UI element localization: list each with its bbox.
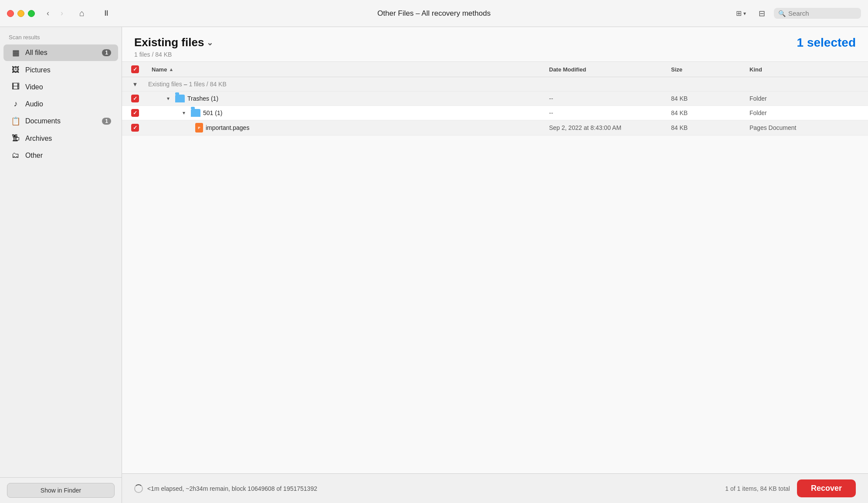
section-title: Existing files ⌄ [134, 36, 213, 49]
window-title: Other Files – All recovery methods [377, 9, 491, 18]
progress-text: <1m elapsed, ~2h34m remain, block 106496… [147, 485, 317, 492]
sidebar: Scan results ▦ All files 1 🖼 Pictures 🎞 … [0, 27, 122, 503]
sidebar-item-video[interactable]: 🎞 Video [3, 79, 118, 95]
sidebar-label-other: Other [25, 152, 111, 160]
status-right: 1 of 1 items, 84 KB total Recover [725, 479, 856, 497]
row-checkbox-cell [122, 95, 148, 102]
recover-button[interactable]: Recover [797, 479, 856, 497]
table-row: ▾ Trashes (1) -- 84 KB Folder [122, 92, 868, 106]
sidebar-footer: Show in Finder [0, 477, 122, 503]
item-count-text: 1 of 1 items, 84 KB total [725, 485, 790, 492]
selected-count: 1 selected [797, 36, 856, 50]
content-area: Existing files ⌄ 1 files / 84 KB 1 selec… [122, 27, 868, 503]
photo-icon: 🖼 [10, 65, 21, 75]
grid-view-icon: ⊞ [736, 9, 742, 17]
sort-arrow-icon: ▲ [169, 67, 173, 72]
sidebar-label-archives: Archives [25, 135, 111, 143]
expand-501-icon[interactable]: ▾ [180, 109, 188, 117]
sidebar-label-video: Video [25, 83, 111, 91]
row-name-important: P important.pages [148, 123, 546, 133]
statusbar: <1m elapsed, ~2h34m remain, block 106496… [122, 473, 868, 503]
main-layout: Scan results ▦ All files 1 🖼 Pictures 🎞 … [0, 27, 868, 503]
forward-button[interactable]: › [56, 7, 68, 20]
film-icon: 🎞 [10, 82, 21, 92]
search-icon: 🔍 [778, 10, 786, 17]
sidebar-item-other[interactable]: 🗂 Other [3, 147, 118, 163]
row-filename-501: 501 (1) [203, 109, 222, 116]
header-name: Name ▲ [148, 66, 546, 73]
row-checkbox-501[interactable] [131, 109, 139, 117]
status-progress: <1m elapsed, ~2h34m remain, block 106496… [134, 484, 317, 493]
row-kind-trashes: Folder [746, 95, 868, 102]
sidebar-badge-all-files: 1 [102, 49, 111, 56]
section-title-chevron-icon[interactable]: ⌄ [207, 38, 213, 48]
row-size-501: 84 KB [668, 109, 746, 116]
grid-icon: ▦ [10, 48, 21, 58]
table-header: Name ▲ Date Modified Size Kind [122, 62, 868, 77]
expand-trashes-icon[interactable]: ▾ [164, 94, 173, 103]
minimize-button[interactable] [17, 10, 24, 17]
header-name-label: Name [152, 66, 167, 73]
row-date-trashes: -- [546, 95, 668, 102]
select-all-checkbox[interactable] [131, 65, 139, 73]
folder-icon [175, 95, 185, 102]
row-name-trashes: ▾ Trashes (1) [148, 94, 546, 103]
header-kind-label: Kind [749, 66, 762, 73]
other-icon: 🗂 [10, 151, 21, 160]
header-date: Date Modified [546, 66, 668, 73]
row-filename-important: important.pages [206, 124, 249, 131]
header-size-label: Size [671, 66, 682, 73]
header-size: Size [668, 66, 746, 73]
group-row: ▼ Existing files – 1 files / 84 KB [122, 77, 868, 92]
pause-button[interactable]: ⏸ [99, 7, 113, 20]
row-date-501: -- [546, 109, 668, 116]
progress-spinner [134, 484, 143, 493]
sidebar-item-all-files[interactable]: ▦ All files 1 [3, 44, 118, 61]
fullscreen-button[interactable] [28, 10, 35, 17]
row-kind-501: Folder [746, 109, 868, 116]
file-table: Name ▲ Date Modified Size Kind ▼ Existin… [122, 62, 868, 473]
music-icon: ♪ [10, 99, 21, 109]
row-checkbox-trashes[interactable] [131, 95, 139, 102]
row-size-important: 84 KB [668, 124, 746, 131]
row-checkbox-cell [122, 124, 148, 132]
sidebar-label-audio: Audio [25, 100, 111, 108]
section-subtitle: 1 files / 84 KB [134, 51, 213, 58]
sidebar-label-all-files: All files [25, 49, 98, 57]
close-button[interactable] [7, 10, 14, 17]
sidebar-label-pictures: Pictures [25, 66, 111, 74]
sidebar-badge-documents: 1 [102, 118, 111, 125]
row-filename-trashes: Trashes (1) [187, 95, 218, 102]
folder-icon-501 [191, 109, 200, 117]
header-kind: Kind [746, 66, 868, 73]
chevron-down-icon: ▾ [743, 10, 746, 17]
sidebar-item-documents[interactable]: 📋 Documents 1 [3, 113, 118, 129]
sidebar-item-audio[interactable]: ♪ Audio [3, 96, 118, 112]
row-size-trashes: 84 KB [668, 95, 746, 102]
group-label: Existing files – 1 files / 84 KB [148, 81, 868, 88]
row-checkbox-cell [122, 109, 148, 117]
sidebar-item-archives[interactable]: 🗜 Archives [3, 130, 118, 146]
view-toggle-button[interactable]: ⊞ ▾ [732, 7, 749, 19]
home-button[interactable]: ⌂ [75, 7, 89, 20]
header-date-label: Date Modified [549, 66, 586, 73]
search-box: 🔍 [774, 8, 861, 19]
search-input[interactable] [788, 10, 857, 17]
row-checkbox-important[interactable] [131, 124, 139, 132]
back-button[interactable]: ‹ [42, 7, 54, 20]
header-checkbox-cell [122, 65, 148, 73]
document-icon: 📋 [10, 116, 21, 126]
group-expand-icon[interactable]: ▼ [122, 81, 148, 88]
traffic-lights [7, 10, 35, 17]
sidebar-label-documents: Documents [25, 117, 98, 125]
pages-icon: P [195, 123, 203, 133]
table-row: ▾ 501 (1) -- 84 KB Folder [122, 106, 868, 120]
section-title-row: Existing files ⌄ 1 files / 84 KB [134, 36, 213, 58]
titlebar-right: ⊞ ▾ ⊟ 🔍 [732, 7, 861, 20]
sidebar-section-label: Scan results [0, 27, 122, 44]
titlebar: ‹ › ⌂ ⏸ Other Files – All recovery metho… [0, 0, 868, 27]
row-date-important: Sep 2, 2022 at 8:43:00 AM [546, 124, 668, 131]
filter-button[interactable]: ⊟ [755, 7, 769, 20]
show-in-finder-button[interactable]: Show in Finder [7, 483, 115, 498]
sidebar-item-pictures[interactable]: 🖼 Pictures [3, 62, 118, 78]
